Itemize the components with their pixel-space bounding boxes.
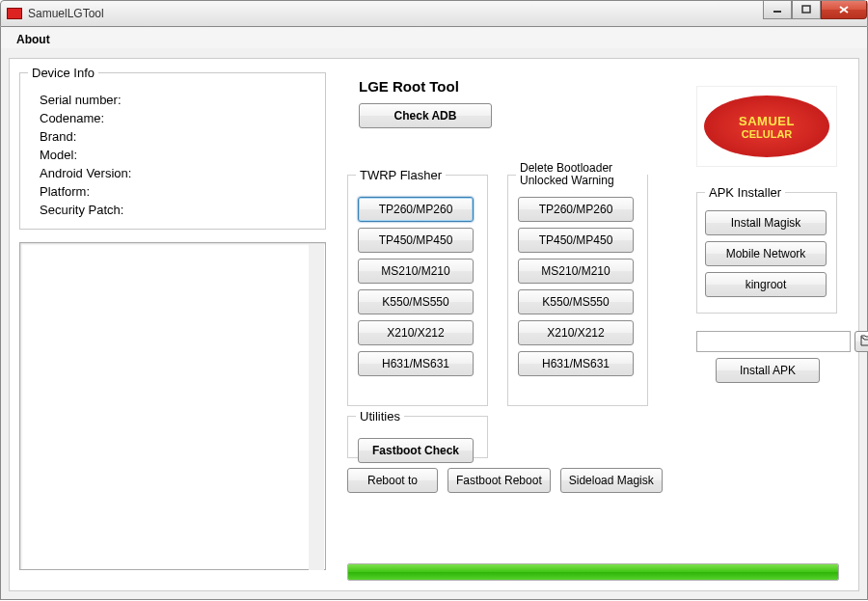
app-icon xyxy=(7,8,22,19)
minimize-button[interactable] xyxy=(763,1,792,19)
device-info-group: Device Info Serial number: Codename: Bra… xyxy=(19,72,326,230)
progress-bar xyxy=(347,563,839,581)
logo-line2: CELULAR xyxy=(742,128,793,140)
field-model: Model: xyxy=(30,146,315,164)
menu-about[interactable]: About xyxy=(9,31,58,48)
delete-bootloader-group: Delete Bootloader Unlocked Warning TP260… xyxy=(507,175,648,406)
twrp-ms210-button[interactable]: MS210/M210 xyxy=(358,259,474,284)
apk-installer-group: APK Installer Install Magisk Mobile Netw… xyxy=(696,192,837,314)
delbl-x210-button[interactable]: X210/X212 xyxy=(518,320,634,345)
apk-legend: APK Installer xyxy=(705,185,785,200)
utilities-row: Reboot to Fastboot Reboot Sideload Magis… xyxy=(347,468,663,493)
titlebar: SamuelLGTool xyxy=(0,0,868,27)
field-platform: Platform: xyxy=(30,182,315,201)
folder-open-icon xyxy=(860,335,868,346)
twrp-h631-button[interactable]: H631/MS631 xyxy=(358,351,474,376)
twrp-tp450-button[interactable]: TP450/MP450 xyxy=(358,228,474,253)
logo-line1: SAMUEL xyxy=(739,114,795,128)
apk-path-row xyxy=(696,331,837,352)
delbl-legend: Delete Bootloader Unlocked Warning xyxy=(516,162,647,187)
apk-path-input[interactable] xyxy=(696,331,851,352)
twrp-flasher-group: TWRP Flasher TP260/MP260 TP450/MP450 MS2… xyxy=(347,175,488,406)
mobile-network-button[interactable]: Mobile Network xyxy=(705,241,827,266)
twrp-legend: TWRP Flasher xyxy=(356,168,446,182)
twrp-tp260-button[interactable]: TP260/MP260 xyxy=(358,197,474,222)
tool-title: LGE Root Tool xyxy=(359,78,459,95)
delbl-tp450-button[interactable]: TP450/MP450 xyxy=(518,228,634,253)
logo: SAMUEL CELULAR xyxy=(696,86,837,167)
delbl-h631-button[interactable]: H631/MS631 xyxy=(518,351,634,376)
utilities-group: Utilities Fastboot Check xyxy=(347,416,488,458)
install-apk-button[interactable]: Install APK xyxy=(716,358,820,383)
delbl-ms210-button[interactable]: MS210/M210 xyxy=(518,259,634,284)
sideload-magisk-button[interactable]: Sideload Magisk xyxy=(560,468,663,493)
install-magisk-button[interactable]: Install Magisk xyxy=(705,210,827,235)
fastboot-reboot-button[interactable]: Fastboot Reboot xyxy=(448,468,551,493)
delbl-tp260-button[interactable]: TP260/MP260 xyxy=(518,197,634,222)
maximize-button[interactable] xyxy=(792,1,821,19)
browse-button[interactable] xyxy=(854,331,868,352)
check-adb-button[interactable]: Check ADB xyxy=(359,103,492,128)
field-brand: Brand: xyxy=(30,127,315,146)
field-serial: Serial number: xyxy=(30,91,315,109)
field-codename: Codename: xyxy=(30,109,315,127)
delbl-k550-button[interactable]: K550/MS550 xyxy=(518,289,634,314)
progress-fill xyxy=(348,564,838,580)
utilities-legend: Utilities xyxy=(356,409,404,423)
close-button[interactable] xyxy=(821,1,867,19)
main-panel: Device Info Serial number: Codename: Bra… xyxy=(9,58,859,591)
logo-badge: SAMUEL CELULAR xyxy=(704,96,829,157)
menubar: About xyxy=(0,27,868,48)
twrp-k550-button[interactable]: K550/MS550 xyxy=(358,289,474,314)
field-security: Security Patch: xyxy=(30,201,315,219)
window-controls xyxy=(763,1,867,19)
kingroot-button[interactable]: kingroot xyxy=(705,272,827,297)
fastboot-check-button[interactable]: Fastboot Check xyxy=(358,438,474,463)
twrp-x210-button[interactable]: X210/X212 xyxy=(358,320,474,345)
log-textarea[interactable] xyxy=(19,242,326,570)
field-android: Android Version: xyxy=(30,164,315,182)
scrollbar[interactable] xyxy=(309,244,324,570)
svg-rect-1 xyxy=(802,6,810,13)
device-info-legend: Device Info xyxy=(28,66,98,80)
reboot-to-button[interactable]: Reboot to xyxy=(347,468,438,493)
window-body: Device Info Serial number: Codename: Bra… xyxy=(0,48,868,600)
window-title: SamuelLGTool xyxy=(28,7,104,20)
